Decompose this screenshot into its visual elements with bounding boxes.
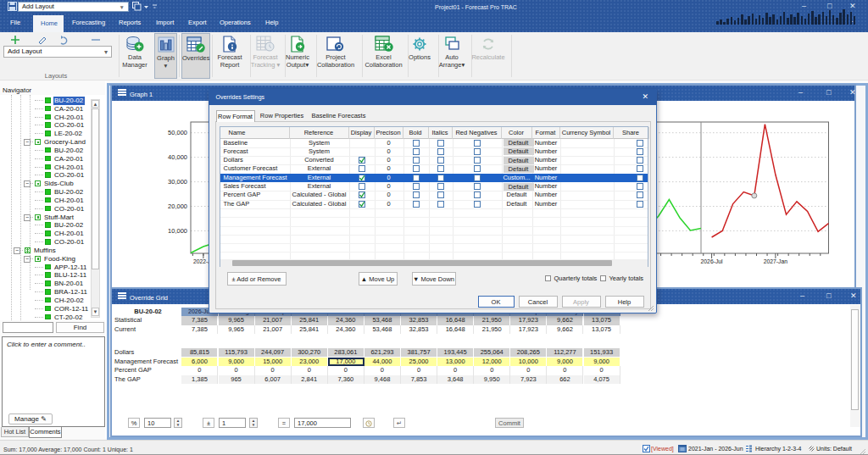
- svg-text:2027-Jan: 2027-Jan: [764, 258, 788, 264]
- svg-text:20,000: 20,000: [168, 203, 187, 210]
- svg-text:2026-Jul: 2026-Jul: [701, 258, 724, 264]
- svg-text:50,000: 50,000: [168, 129, 187, 136]
- svg-text:30,000: 30,000: [168, 178, 187, 186]
- svg-text:40,000: 40,000: [168, 153, 187, 161]
- svg-text:10,000: 10,000: [168, 227, 187, 235]
